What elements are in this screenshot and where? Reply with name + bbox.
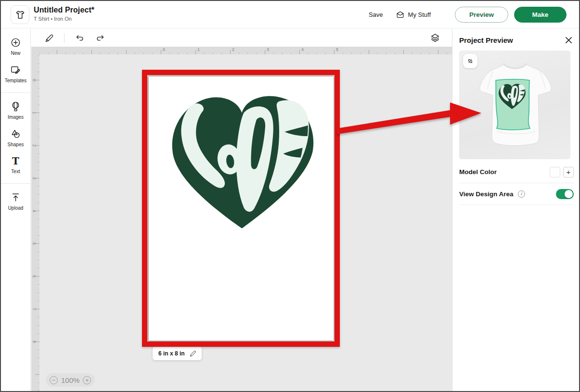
save-button[interactable]: Save xyxy=(369,11,383,18)
project-title-block: Untitled Project* T Shirt • Iron On xyxy=(34,6,94,22)
shapes-icon xyxy=(10,128,21,139)
redo-icon xyxy=(95,33,106,43)
sidebar-item-label: Upload xyxy=(8,205,24,211)
view-design-area-toggle[interactable] xyxy=(556,189,574,199)
pencil-icon xyxy=(44,33,54,43)
view-design-area-row: View Design Area i xyxy=(459,183,574,205)
artboard-size-button[interactable]: 6 in x 8 in xyxy=(153,346,202,360)
model-color-label: Model Color xyxy=(459,168,497,176)
horizontal-ruler: 012345 xyxy=(31,47,452,54)
sidebar-item-label: Templates xyxy=(5,78,27,83)
top-bar: Untitled Project* T Shirt • Iron On Save… xyxy=(1,1,579,28)
sidebar-group-project: New Templates xyxy=(1,29,30,92)
view-design-area-label: View Design Area xyxy=(459,190,514,198)
page-title: Untitled Project* xyxy=(34,6,94,14)
sidebar-item-label: Shapes xyxy=(8,142,24,147)
undo-icon xyxy=(74,33,85,43)
layers-icon xyxy=(430,33,440,43)
my-stuff-button[interactable]: My Stuff xyxy=(396,10,431,19)
toolbar-divider xyxy=(64,33,64,43)
new-plus-icon xyxy=(10,37,21,48)
close-panel-button[interactable] xyxy=(563,35,574,45)
images-icon xyxy=(10,101,21,112)
model-color-swatch[interactable] xyxy=(550,167,560,177)
layers-button[interactable] xyxy=(429,32,441,44)
sidebar-item-text[interactable]: T Text xyxy=(1,152,30,178)
zoom-in-button[interactable]: + xyxy=(83,376,91,384)
edit-size-pencil-icon xyxy=(189,350,197,357)
my-stuff-label: My Stuff xyxy=(408,11,431,18)
zoom-control: − 100% + xyxy=(46,373,95,387)
sidebar-item-upload[interactable]: Upload xyxy=(1,188,30,215)
info-icon[interactable]: i xyxy=(518,190,525,198)
zoom-out-button[interactable]: − xyxy=(50,376,58,384)
sidebar-group-insert: Images Shapes T Text xyxy=(1,92,30,183)
love-heart-design[interactable] xyxy=(167,93,319,231)
expand-icon xyxy=(466,57,474,65)
sidebar-item-images[interactable]: Images xyxy=(1,97,30,124)
make-button[interactable]: Make xyxy=(514,7,567,23)
expand-preview-button[interactable] xyxy=(463,54,477,68)
sidebar-group-upload: Upload xyxy=(1,183,30,220)
project-subtitle: T Shirt • Iron On xyxy=(34,16,94,22)
templates-icon xyxy=(10,64,21,76)
left-sidebar: New Templates Images xyxy=(1,29,31,392)
sidebar-item-shapes[interactable]: Shapes xyxy=(1,124,30,152)
tshirt-mockup xyxy=(476,59,557,153)
project-type-button[interactable] xyxy=(11,5,29,24)
tshirt-preview-card xyxy=(459,51,570,159)
edit-toolbar xyxy=(31,29,452,47)
close-icon xyxy=(565,36,573,44)
edit-pencil-button[interactable] xyxy=(43,32,55,44)
my-stuff-icon xyxy=(396,10,405,19)
project-preview-panel: Project Preview xyxy=(452,29,580,392)
sidebar-item-new[interactable]: New xyxy=(1,33,30,60)
artboard-size-label: 6 in x 8 in xyxy=(158,350,185,357)
sidebar-item-label: New xyxy=(11,51,20,56)
sidebar-item-templates[interactable]: Templates xyxy=(1,60,30,88)
redo-button[interactable] xyxy=(94,32,107,44)
undo-button[interactable] xyxy=(73,32,86,44)
app-window: Untitled Project* T Shirt • Iron On Save… xyxy=(0,0,580,392)
upload-icon xyxy=(10,192,21,203)
sidebar-item-label: Text xyxy=(11,169,20,174)
tshirt-icon xyxy=(14,9,26,21)
zoom-level: 100% xyxy=(61,376,79,384)
top-bar-actions: Save My Stuff Preview Make xyxy=(369,1,567,28)
panel-title: Project Preview xyxy=(459,36,513,44)
model-color-row: Model Color + xyxy=(459,161,574,183)
toggle-knob xyxy=(565,190,573,198)
text-icon: T xyxy=(12,156,19,166)
vertical-ruler: 012345678 xyxy=(31,54,39,392)
preview-button[interactable]: Preview xyxy=(455,7,508,23)
sidebar-item-label: Images xyxy=(8,114,24,120)
add-color-button[interactable]: + xyxy=(563,167,574,177)
